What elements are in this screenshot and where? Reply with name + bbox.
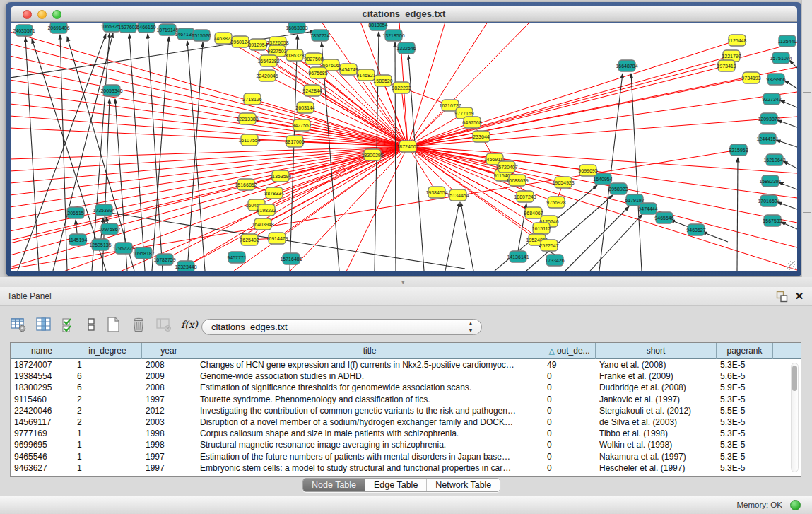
- network-node[interactable]: 9242844: [302, 85, 322, 96]
- network-node[interactable]: 9427552: [292, 119, 311, 131]
- network-node[interactable]: 9699695: [578, 165, 597, 176]
- network-node[interactable]: 15134454: [447, 189, 469, 201]
- network-node[interactable]: 16543382: [257, 55, 279, 66]
- column-header-name[interactable]: name: [11, 343, 73, 359]
- column-visibility-icon[interactable]: [35, 316, 52, 333]
- network-node[interactable]: 22420046: [256, 70, 278, 81]
- network-node[interactable]: 20691406: [47, 23, 69, 33]
- network-node[interactable]: 12505135: [89, 239, 111, 250]
- network-node[interactable]: 17016504: [758, 195, 779, 206]
- network-node[interactable]: 11353594: [270, 170, 292, 182]
- close-panel-icon[interactable]: ✕: [794, 290, 805, 303]
- network-node[interactable]: 12213383: [236, 113, 258, 124]
- network-node[interactable]: 20053346: [100, 85, 122, 96]
- network-node[interactable]: 15716485: [280, 253, 302, 264]
- network-node[interactable]: 6497568: [462, 117, 481, 128]
- function-builder-icon[interactable]: f(x): [181, 316, 198, 333]
- attribute-table[interactable]: namein_degreeyeartitle△out_de...shortpag…: [10, 342, 801, 477]
- network-node[interactable]: 1125440: [778, 35, 797, 47]
- network-node[interactable]: 15720407: [495, 161, 517, 173]
- network-node[interactable]: 10688639: [506, 175, 528, 186]
- table-row[interactable]: 911546021997Tourette syndrome. Phenomeno…: [11, 394, 801, 405]
- table-settings-icon[interactable]: [10, 316, 27, 333]
- network-node[interactable]: 8958923: [608, 183, 628, 194]
- column-header-short[interactable]: short: [596, 343, 717, 359]
- float-panel-icon[interactable]: [776, 291, 788, 303]
- network-node[interactable]: 10975867: [98, 223, 120, 235]
- table-row[interactable]: 1872400712008Changes of HCN gene express…: [11, 359, 801, 370]
- network-node[interactable]: 15166852: [235, 179, 257, 190]
- delete-table-icon[interactable]: [130, 316, 147, 333]
- panel-splitter[interactable]: ▾: [0, 277, 812, 287]
- citation-network-graph[interactable]: 2403557120691406106532571527602646616010…: [11, 23, 797, 271]
- network-window[interactable]: citations_edges.txt 24035571206914061065…: [6, 2, 802, 276]
- network-node[interactable]: 9465546: [654, 212, 673, 223]
- network-node[interactable]: 9756928: [546, 197, 565, 208]
- network-node[interactable]: 7515526: [192, 30, 211, 41]
- network-node[interactable]: 7857224: [310, 30, 329, 41]
- network-node[interactable]: 1332546: [396, 42, 416, 54]
- table-row[interactable]: 969969511998Structural magnetic resonanc…: [11, 439, 801, 450]
- network-node[interactable]: 6466160: [136, 23, 155, 33]
- table-row[interactable]: 1938455462009Genome-wide association stu…: [11, 370, 801, 382]
- table-row[interactable]: 2242004622012Investigating the contribut…: [11, 405, 801, 416]
- table-row[interactable]: 1456911722003Disruption of a novel membe…: [11, 416, 801, 428]
- network-node[interactable]: 1527602: [118, 23, 137, 33]
- row-selection-icon[interactable]: [61, 316, 78, 333]
- network-node[interactable]: 9329966: [766, 74, 785, 85]
- network-canvas[interactable]: 2403557120691406106532571527602646616010…: [11, 23, 797, 271]
- network-node[interactable]: 1567533: [763, 215, 782, 226]
- import-table-icon[interactable]: [155, 316, 172, 333]
- network-node[interactable]: 16914479: [266, 233, 288, 244]
- network-node[interactable]: 16782759: [153, 254, 175, 265]
- network-node[interactable]: 17353924: [93, 204, 114, 216]
- network-node[interactable]: 10958187: [132, 247, 154, 259]
- network-node[interactable]: 2718126: [242, 93, 261, 105]
- splitter-handle-icon[interactable]: ▾: [401, 279, 405, 286]
- network-node[interactable]: 8215953: [729, 144, 748, 156]
- network-node[interactable]: 1145194: [69, 234, 88, 245]
- network-node[interactable]: 233644: [473, 131, 490, 142]
- network-node[interactable]: 14136141: [507, 251, 529, 262]
- network-node[interactable]: 1125448: [728, 35, 747, 46]
- network-node[interactable]: 9463627: [686, 224, 705, 235]
- table-row[interactable]: 946362711997Embryonic stem cells: a mode…: [11, 462, 801, 474]
- network-node[interactable]: 9198222: [257, 204, 276, 216]
- network-node[interactable]: 17957225: [112, 243, 134, 254]
- network-node[interactable]: 16403948: [252, 218, 273, 230]
- table-row[interactable]: 946554611997Estimation of the future num…: [11, 451, 801, 462]
- table-row[interactable]: 1830029562008Estimation of significance …: [11, 382, 801, 393]
- resize-grip[interactable]: [787, 261, 796, 270]
- network-node[interactable]: 13218506: [382, 30, 404, 41]
- network-node[interactable]: 18724007: [396, 141, 418, 152]
- tab-edge-table[interactable]: Edge Table: [365, 479, 427, 491]
- column-header-year[interactable]: year: [142, 343, 196, 359]
- vertical-scrollbar[interactable]: [791, 363, 799, 472]
- network-node[interactable]: 1973419: [717, 60, 736, 71]
- network-node[interactable]: 9822203: [392, 82, 411, 93]
- network-node[interactable]: 15892391: [759, 175, 781, 187]
- network-node[interactable]: 8813054: [368, 23, 387, 30]
- network-window-titlebar[interactable]: citations_edges.txt: [11, 6, 797, 22]
- network-node[interactable]: 8186328: [285, 49, 304, 61]
- network-node[interactable]: 1615112: [532, 223, 551, 234]
- network-node[interactable]: 8912954: [248, 39, 267, 50]
- network-node[interactable]: 206515: [67, 207, 84, 218]
- column-header-in_degree[interactable]: in_degree: [73, 343, 142, 359]
- network-node[interactable]: 12093872: [758, 113, 779, 124]
- memory-status-indicator[interactable]: [790, 500, 801, 510]
- network-node[interactable]: 9474444: [638, 203, 657, 214]
- network-node[interactable]: 19654923: [552, 177, 574, 188]
- network-node[interactable]: 18300295: [361, 149, 383, 160]
- network-node[interactable]: 12323448: [175, 261, 196, 271]
- network-node[interactable]: 18807243: [514, 191, 536, 202]
- column-header-title[interactable]: title: [196, 343, 543, 359]
- network-node[interactable]: 8454749: [339, 64, 358, 75]
- network-node[interactable]: 16210643: [763, 154, 785, 165]
- tab-network-table[interactable]: Network Table: [427, 479, 500, 491]
- new-table-icon[interactable]: [105, 316, 122, 333]
- network-node[interactable]: 12444151: [756, 133, 778, 144]
- tab-node-table[interactable]: Node Table: [303, 479, 365, 491]
- network-node[interactable]: 16053803: [286, 23, 307, 33]
- network-node[interactable]: 2522547: [539, 240, 558, 251]
